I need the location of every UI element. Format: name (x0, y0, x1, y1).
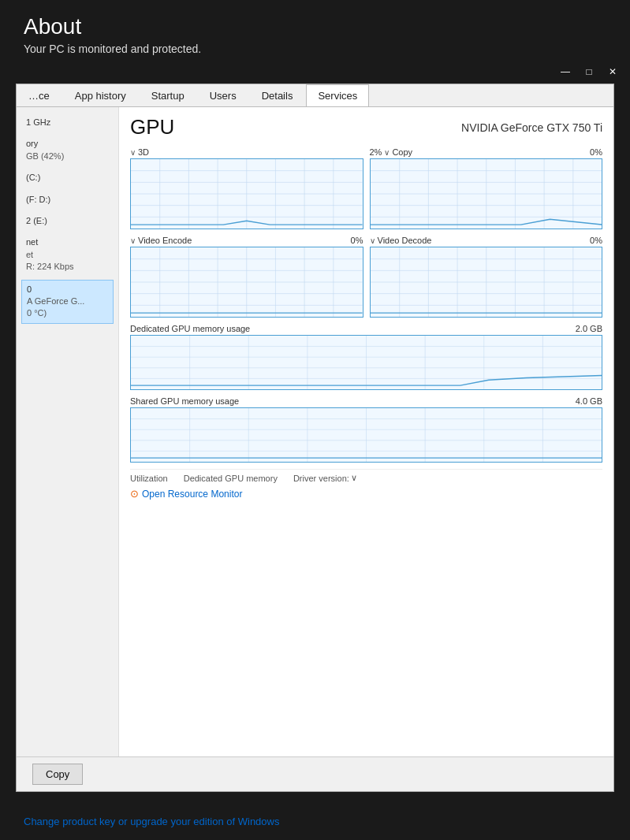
chart-3d-name: 3D (138, 147, 149, 157)
sidebar-gpu-temp: 0 °C) (27, 307, 108, 319)
dedicated-memory-svg (131, 336, 602, 389)
chart-3d-svg (131, 159, 363, 229)
sidebar-item-gpu[interactable]: 0 A GeForce G... 0 °C) (21, 280, 114, 324)
dedicated-memory-box (130, 335, 602, 390)
chart-video-encode-header: ∨ Video Encode 0% (130, 236, 363, 245)
sidebar-disk-c-label: (C:) (26, 172, 109, 184)
chart-video-encode-name: Video Encode (138, 236, 192, 245)
sidebar-disk-e-label: 2 (E:) (26, 215, 109, 227)
chart-copy-name: Copy (392, 147, 412, 157)
tab-details[interactable]: Details (250, 84, 305, 106)
chart-video-encode: ∨ Video Encode 0% (130, 236, 363, 318)
minimize-button[interactable]: — (554, 63, 576, 80)
tab-performance[interactable]: …ce (17, 84, 62, 106)
chart-video-decode-header: ∨ Video Decode 0% (370, 236, 603, 245)
chart-video-decode-arrow: ∨ (370, 236, 375, 245)
chart-3d-arrow: ∨ (130, 148, 136, 157)
chart-video-decode-name: Video Decode (378, 236, 432, 245)
chart-video-decode: ∨ Video Decode 0% (370, 236, 603, 318)
bottom-driver-arrow[interactable]: ∨ (351, 473, 357, 483)
dedicated-memory-value: 2.0 GB (576, 324, 602, 333)
open-resource-monitor[interactable]: ⊙ Open Resource Monitor (130, 488, 602, 500)
main-content: 1 GHz ory GB (42%) (C:) (F: D:) 2 (E:) n… (17, 107, 613, 756)
dedicated-memory-chart: Dedicated GPU memory usage 2.0 GB (130, 324, 602, 390)
chart-3d-header: ∨ 3D (130, 147, 363, 157)
gpu-panel: GPU NVIDIA GeForce GTX 750 Ti ∨ 3D (119, 107, 613, 756)
chart-copy-box (370, 158, 603, 229)
window-chrome: — □ ✕ (0, 60, 630, 84)
resource-monitor-icon: ⊙ (130, 488, 139, 500)
chart-video-decode-percent: 0% (590, 236, 602, 245)
sidebar-gpu-label: 0 (27, 284, 108, 295)
about-title: About (24, 14, 606, 39)
sidebar-gpu-name: A GeForce G... (27, 295, 108, 307)
tabs-bar: …ce App history Startup Users Details Se… (17, 84, 613, 107)
chart-3d-box (130, 158, 363, 229)
sidebar-item-cpu[interactable]: 1 GHz (21, 113, 114, 132)
chart-3d-label: ∨ 3D (130, 147, 149, 157)
bottom-driver-version: Driver version: ∨ (293, 473, 357, 483)
left-sidebar: 1 GHz ory GB (42%) (C:) (F: D:) 2 (E:) n… (17, 107, 119, 756)
shared-memory-box (130, 407, 602, 463)
about-subtitle: Your PC is monitored and protected. (24, 43, 606, 55)
sidebar-net-label: net (26, 236, 109, 248)
shared-memory-value: 4.0 GB (576, 396, 602, 406)
tab-app-history[interactable]: App history (63, 84, 138, 106)
sidebar-memory-value: GB (42%) (26, 151, 109, 162)
taskmanager-window: …ce App history Startup Users Details Se… (16, 84, 614, 792)
copy-button[interactable]: Copy (32, 764, 83, 785)
tab-users[interactable]: Users (198, 84, 248, 106)
shared-memory-label: Shared GPU memory usage (130, 396, 239, 406)
shared-memory-header: Shared GPU memory usage 4.0 GB (130, 396, 602, 406)
resource-monitor-label: Open Resource Monitor (142, 489, 242, 500)
chart-video-decode-label: ∨ Video Decode (370, 236, 432, 245)
sidebar-net-speed: R: 224 Kbps (26, 261, 109, 273)
chart-copy-prefix: 2% (370, 147, 382, 157)
shared-memory-svg (131, 408, 602, 462)
chart-video-decode-svg (371, 247, 602, 317)
chart-copy-svg (371, 159, 602, 229)
sidebar-cpu-label: 1 GHz (26, 117, 109, 128)
bottom-utilization: Utilization (130, 473, 168, 483)
chart-video-encode-svg (131, 247, 363, 317)
chart-copy-arrow: ∨ (384, 148, 390, 157)
chart-copy-header: 2% ∨ Copy 0% (370, 147, 603, 157)
dedicated-memory-label: Dedicated GPU memory usage (130, 324, 250, 333)
gpu-title: GPU (130, 115, 174, 139)
shared-memory-chart: Shared GPU memory usage 4.0 GB (130, 396, 602, 463)
charts-grid: ∨ 3D (130, 147, 602, 318)
sidebar-item-disk-fd[interactable]: (F: D:) (21, 191, 114, 209)
bottom-bar: Copy (17, 756, 613, 791)
sidebar-item-network[interactable]: net et R: 224 Kbps (21, 233, 114, 276)
chart-video-encode-arrow: ∨ (130, 236, 136, 245)
sidebar-item-disk-e[interactable]: 2 (E:) (21, 212, 114, 230)
gpu-header: GPU NVIDIA GeForce GTX 750 Ti (130, 115, 602, 139)
dedicated-memory-header: Dedicated GPU memory usage 2.0 GB (130, 324, 602, 333)
sidebar-memory-label: ory (26, 138, 109, 150)
bottom-dedicated-memory: Dedicated GPU memory (184, 473, 278, 483)
chart-copy-percent: 0% (590, 147, 602, 157)
tab-services[interactable]: Services (306, 84, 369, 107)
chart-video-decode-box (370, 247, 603, 318)
chart-copy: 2% ∨ Copy 0% (370, 147, 603, 229)
gpu-model: NVIDIA GeForce GTX 750 Ti (461, 121, 602, 134)
chart-video-encode-percent: 0% (351, 236, 363, 245)
chart-video-encode-box (130, 247, 363, 318)
bottom-info: Utilization Dedicated GPU memory Driver … (130, 469, 602, 483)
sidebar-item-memory[interactable]: ory GB (42%) (21, 135, 114, 165)
chart-video-encode-label: ∨ Video Encode (130, 236, 192, 245)
maximize-button[interactable]: □ (578, 63, 600, 80)
chart-copy-label: 2% ∨ Copy (370, 147, 413, 157)
upgrade-link[interactable]: Change product key or upgrade your editi… (0, 816, 630, 840)
close-button[interactable]: ✕ (602, 63, 624, 80)
sidebar-item-disk-c[interactable]: (C:) (21, 169, 114, 187)
sidebar-net-value: et (26, 249, 109, 261)
sidebar-disk-fd-label: (F: D:) (26, 194, 109, 206)
chart-3d: ∨ 3D (130, 147, 363, 229)
tab-startup[interactable]: Startup (140, 84, 196, 106)
